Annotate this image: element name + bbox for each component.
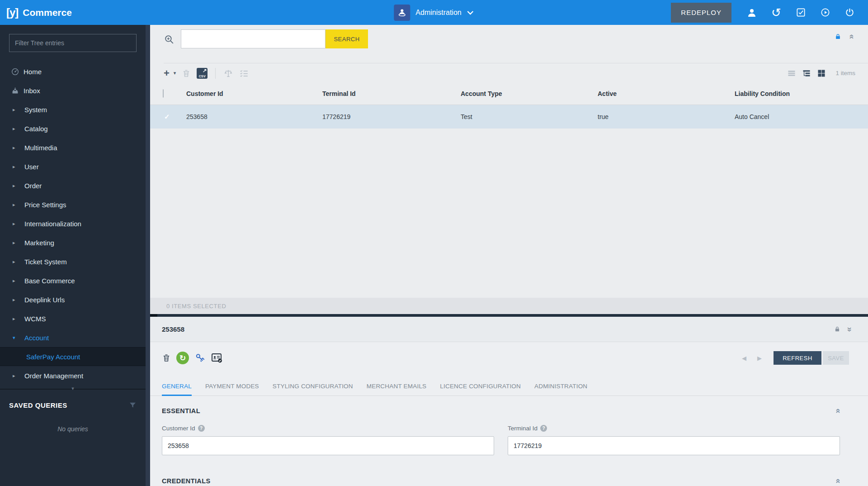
- tab-merchant-emails[interactable]: MERCHANT EMAILS: [367, 374, 427, 396]
- expand-arrow-icon[interactable]: ▸: [13, 316, 21, 322]
- help-icon[interactable]: ?: [198, 425, 205, 432]
- select-all-checkbox[interactable]: [163, 89, 164, 98]
- compare-scales-icon[interactable]: [223, 68, 233, 78]
- customer-id-field-group: Customer Id ?: [162, 423, 494, 455]
- sidebar-item-catalog[interactable]: ▸ Catalog: [0, 119, 146, 138]
- perspective-dropdown[interactable]: Administration: [394, 0, 474, 25]
- expand-arrow-icon[interactable]: ▸: [13, 221, 21, 227]
- customer-id-label: Customer Id: [162, 425, 195, 432]
- filter-funnel-icon[interactable]: [129, 401, 137, 409]
- expand-arrow-icon[interactable]: ▸: [13, 297, 21, 303]
- logout-power-icon[interactable]: [837, 7, 862, 18]
- advanced-search-icon[interactable]: [164, 34, 175, 45]
- search-section: SEARCH »: [150, 25, 868, 63]
- cell-liability-condition: Auto Cancel: [735, 113, 868, 120]
- divider-handle[interactable]: [150, 314, 157, 317]
- table-row[interactable]: ✓ 253658 17726219 Test true Auto Cancel: [150, 105, 868, 129]
- expand-arrow-icon[interactable]: ▸: [13, 126, 21, 132]
- lock-icon[interactable]: [834, 326, 840, 333]
- expand-arrow-icon[interactable]: ▸: [13, 145, 21, 151]
- sidebar-item-wcms[interactable]: ▸ WCMS: [0, 309, 146, 328]
- bulk-edit-checklist-icon[interactable]: [239, 68, 249, 78]
- sidebar-item-inbox[interactable]: Inbox: [0, 81, 146, 100]
- refresh-button[interactable]: REFRESH: [774, 351, 821, 365]
- collapse-section-icon[interactable]: »: [835, 408, 840, 414]
- delete-icon[interactable]: [182, 69, 191, 78]
- sidebar-item-price-settings[interactable]: ▸ Price Settings: [0, 195, 146, 214]
- panel-resize-divider[interactable]: [150, 314, 868, 317]
- expand-arrow-icon[interactable]: ▸: [13, 373, 21, 379]
- collapse-arrow-icon[interactable]: ▾: [13, 335, 21, 341]
- search-button[interactable]: SEARCH: [326, 29, 368, 48]
- expand-arrow-icon[interactable]: ▸: [13, 183, 21, 189]
- search-input[interactable]: [181, 29, 326, 48]
- tab-general[interactable]: GENERAL: [162, 374, 192, 396]
- sidebar-item-order[interactable]: ▸ Order: [0, 176, 146, 195]
- sidebar-item-home[interactable]: Home: [0, 62, 146, 81]
- licence-card-icon[interactable]: [211, 353, 223, 363]
- list-view-icon[interactable]: [787, 69, 796, 78]
- tab-administration[interactable]: ADMINISTRATION: [534, 374, 587, 396]
- create-dropdown-caret-icon[interactable]: ▾: [174, 70, 176, 76]
- collapse-section-icon[interactable]: »: [835, 478, 840, 484]
- section-title-essential: ESSENTIAL: [162, 407, 200, 415]
- sidebar-item-deeplink-urls[interactable]: ▸ Deeplink Urls: [0, 290, 146, 309]
- customer-id-field[interactable]: [162, 436, 494, 455]
- inbox-icon: [11, 86, 20, 95]
- tab-payment-modes[interactable]: PAYMENT MODES: [205, 374, 259, 396]
- history-icon[interactable]: ↺: [764, 7, 788, 18]
- tree-resize-divider[interactable]: ▾: [0, 389, 146, 390]
- sidebar-item-ticket-system[interactable]: ▸ Ticket System: [0, 252, 146, 271]
- lock-icon[interactable]: [835, 33, 841, 40]
- column-header-liability-condition[interactable]: Liability Condition: [735, 90, 868, 97]
- terminal-id-field[interactable]: [508, 436, 840, 455]
- sidebar-item-account[interactable]: ▾ Account: [0, 328, 146, 347]
- redeploy-button[interactable]: REDEPLOY: [671, 3, 731, 23]
- sync-icon[interactable]: ↻: [176, 352, 189, 364]
- save-button[interactable]: SAVE: [823, 351, 849, 365]
- collapse-panel-icon[interactable]: »: [849, 33, 854, 40]
- sidebar-item-order-management[interactable]: ▸ Order Management: [0, 366, 146, 385]
- tab-styling-configuration[interactable]: STYLING CONFIGURATION: [273, 374, 353, 396]
- next-item-icon[interactable]: ▶: [752, 355, 767, 362]
- grid-view-icon[interactable]: [817, 69, 826, 78]
- expand-arrow-icon[interactable]: ▸: [13, 259, 21, 265]
- sidebar-splitter[interactable]: [146, 25, 150, 486]
- user-account-icon[interactable]: [740, 7, 764, 18]
- processes-icon[interactable]: [813, 7, 837, 18]
- tab-licence-configuration[interactable]: LICENCE CONFIGURATION: [440, 374, 521, 396]
- tree-view-icon[interactable]: [802, 69, 811, 78]
- delete-item-icon[interactable]: [162, 353, 171, 362]
- expand-arrow-icon[interactable]: ▸: [13, 107, 21, 113]
- tasks-checkbox-icon[interactable]: [788, 7, 813, 18]
- items-count-label: 1 items: [835, 70, 855, 76]
- divider-caret-icon: ▾: [71, 386, 74, 391]
- column-header-customer-id[interactable]: Customer Id: [186, 90, 322, 97]
- keys-credentials-icon[interactable]: [194, 353, 206, 364]
- hybris-logo-icon: [y]: [6, 6, 18, 19]
- sidebar-item-marketing[interactable]: ▸ Marketing: [0, 233, 146, 252]
- sidebar-item-multimedia[interactable]: ▸ Multimedia: [0, 138, 146, 157]
- sidebar-item-user[interactable]: ▸ User: [0, 157, 146, 176]
- expand-arrow-icon[interactable]: ▸: [13, 202, 21, 208]
- expand-arrow-icon[interactable]: ▸: [13, 240, 21, 246]
- column-header-account-type[interactable]: Account Type: [461, 90, 598, 97]
- sidebar-item-saferpay-account[interactable]: SaferPay Account: [0, 347, 146, 366]
- column-header-terminal-id[interactable]: Terminal Id: [322, 90, 461, 97]
- sidebar-item-system[interactable]: ▸ System: [0, 100, 146, 119]
- create-item-icon[interactable]: +: [164, 69, 170, 78]
- expand-arrow-icon[interactable]: ▸: [13, 278, 21, 284]
- csv-export-icon[interactable]: CSV: [197, 68, 208, 79]
- column-header-active[interactable]: Active: [598, 90, 735, 97]
- tree-filter-input[interactable]: [9, 34, 137, 52]
- expand-arrow-icon[interactable]: ▸: [13, 164, 21, 170]
- sidebar-item-base-commerce[interactable]: ▸ Base Commerce: [0, 271, 146, 290]
- help-icon[interactable]: ?: [540, 425, 547, 432]
- previous-item-icon[interactable]: ◀: [736, 355, 752, 362]
- detail-toolbar: ↻: [150, 342, 868, 374]
- cell-terminal-id: 17726219: [322, 113, 461, 120]
- collapse-detail-icon[interactable]: »: [848, 326, 853, 333]
- table-header: Customer Id Terminal Id Account Type Act…: [150, 83, 868, 105]
- sidebar-item-internationalization[interactable]: ▸ Internationalization: [0, 214, 146, 233]
- saved-queries-section: SAVED QUERIES: [0, 401, 146, 409]
